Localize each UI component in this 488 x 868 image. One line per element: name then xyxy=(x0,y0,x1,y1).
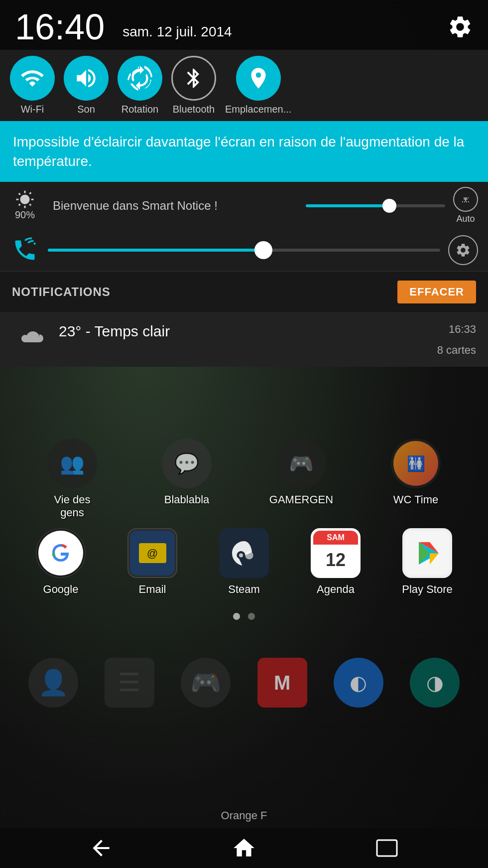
page-dot-1 xyxy=(233,613,240,620)
toggle-wifi-label: Wi-Fi xyxy=(21,104,44,115)
notifications-header: NOTIFICATIONS EFFACER xyxy=(0,271,488,312)
dock-app-5: ◐ xyxy=(334,658,383,708)
status-time: 16:40 xyxy=(15,9,105,45)
weather-time: 16:33 xyxy=(449,323,476,336)
phone-icon-container xyxy=(10,235,40,265)
weather-info: 23° - Temps clair 16:33 8 cartes xyxy=(59,323,476,357)
toggle-bluetooth[interactable]: Bluetooth xyxy=(171,56,216,115)
app-row-2: Google @ Email xyxy=(0,528,488,596)
volume-thumb[interactable] xyxy=(254,241,272,259)
app-label: Google xyxy=(43,583,79,596)
toggle-emplacement-circle xyxy=(236,56,281,101)
brightness-row: 90% Bienvenue dans Smart Notice ! Auto xyxy=(0,182,488,229)
app-label: Blablabla xyxy=(164,493,210,506)
dock-app-3: 🎮 xyxy=(181,658,231,708)
app-play-store[interactable]: Play Store xyxy=(387,528,467,596)
page-dots xyxy=(0,613,488,620)
alert-text: Impossible d'éclaircir davantage l'écran… xyxy=(13,132,475,171)
app-blablabla[interactable]: 💬 Blablabla xyxy=(147,438,227,519)
dock-app-4: M xyxy=(257,658,307,708)
weather-title: 23° - Temps clair xyxy=(59,323,170,340)
toggle-rotation-circle xyxy=(118,56,162,101)
brightness-slider[interactable] xyxy=(306,204,445,207)
toggle-emplacement[interactable]: Emplacemen... xyxy=(225,56,291,115)
app-steam[interactable]: Steam xyxy=(204,528,284,596)
volume-fill xyxy=(48,249,263,252)
app-vie-des-gens[interactable]: 👥 Vie des gens xyxy=(32,438,112,519)
status-bar: 16:40 sam. 12 juil. 2014 xyxy=(0,0,488,50)
alert-banner: Impossible d'éclaircir davantage l'écran… xyxy=(0,121,488,182)
effacer-button[interactable]: EFFACER xyxy=(397,281,476,303)
toggle-rotation-label: Rotation xyxy=(122,104,159,115)
app-wc-time[interactable]: 🚻 WC Time xyxy=(376,438,456,519)
app-google[interactable]: Google xyxy=(21,528,101,596)
settings-gear-icon xyxy=(455,242,471,258)
app-email[interactable]: @ Email xyxy=(113,528,192,596)
app-label: Vie des gens xyxy=(54,493,91,519)
weather-icon-container xyxy=(12,327,47,352)
volume-slider[interactable] xyxy=(48,249,440,252)
svg-point-4 xyxy=(239,553,243,557)
brightness-percent-label: 90% xyxy=(15,209,35,221)
notification-panel: 16:40 sam. 12 juil. 2014 Wi-Fi xyxy=(0,0,488,367)
app-label: Agenda xyxy=(317,583,355,596)
toggle-wifi-circle xyxy=(10,56,55,101)
svg-marker-8 xyxy=(430,553,439,565)
toggle-wifi[interactable]: Wi-Fi xyxy=(10,56,55,115)
app-label: WC Time xyxy=(393,493,438,506)
app-label: Play Store xyxy=(402,583,453,596)
weather-subtitle: 8 cartes xyxy=(437,344,476,356)
dock-app-6: ◑ xyxy=(410,658,460,708)
quick-toggles-row: Wi-Fi Son Rotation xyxy=(0,50,488,121)
brightness-icon xyxy=(15,190,34,209)
cloud-icon xyxy=(13,327,46,352)
auto-circle xyxy=(453,187,478,212)
toggle-son-label: Son xyxy=(77,104,95,115)
phone-icon xyxy=(12,237,38,263)
toggle-son-circle xyxy=(64,56,109,101)
app-dock: 👤 ☰ 🎮 M ◐ ◑ xyxy=(0,658,488,708)
brightness-thumb[interactable] xyxy=(382,199,396,213)
toggle-bluetooth-label: Bluetooth xyxy=(173,104,215,115)
volume-row xyxy=(0,229,488,271)
app-label: Steam xyxy=(228,583,260,596)
app-gamergen[interactable]: 🎮 GAMERGEN xyxy=(261,438,341,519)
svg-text:@: @ xyxy=(146,547,157,560)
dock-app-2: ☰ xyxy=(105,658,154,708)
app-row-1: 👥 Vie des gens 💬 Blablabla 🎮 GAMERGEN 🚻 … xyxy=(0,438,488,519)
page-dot-2 xyxy=(248,613,255,620)
smart-notice-label: Bienvenue dans Smart Notice ! xyxy=(48,199,298,213)
status-date: sam. 12 juil. 2014 xyxy=(122,24,232,45)
svg-point-9 xyxy=(33,243,35,245)
toggle-son[interactable]: Son xyxy=(64,56,109,115)
volume-settings-btn[interactable] xyxy=(448,235,478,265)
brightness-section: 90% xyxy=(10,190,40,221)
app-agenda[interactable]: SAM 12 Agenda xyxy=(296,528,375,596)
auto-icon xyxy=(460,193,472,205)
toggle-bluetooth-circle xyxy=(171,56,216,101)
brightness-slider-container xyxy=(306,204,445,207)
app-label: GAMERGEN xyxy=(269,493,333,506)
toggle-emplacement-label: Emplacemen... xyxy=(225,104,291,115)
app-label: Email xyxy=(138,583,166,596)
toggle-rotation[interactable]: Rotation xyxy=(118,56,162,115)
auto-brightness-toggle[interactable]: Auto xyxy=(453,187,478,224)
auto-label: Auto xyxy=(456,214,475,224)
brightness-fill xyxy=(306,204,389,207)
settings-icon[interactable] xyxy=(447,14,473,40)
dock-app-1: 👤 xyxy=(28,658,78,708)
weather-notification[interactable]: 23° - Temps clair 16:33 8 cartes xyxy=(0,312,488,367)
notifications-label: NOTIFICATIONS xyxy=(12,285,111,299)
